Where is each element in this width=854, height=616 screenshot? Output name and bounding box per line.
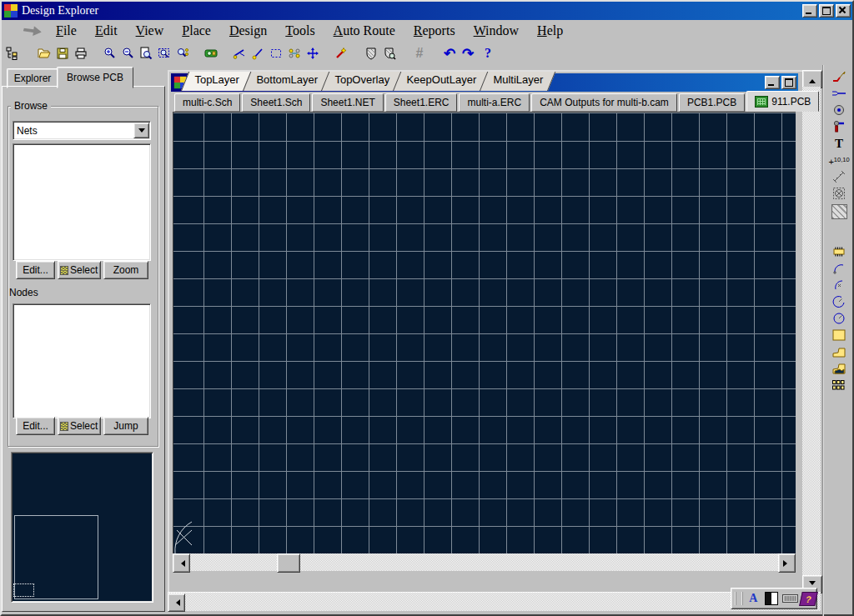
- nodes-edit-button[interactable]: Edit...: [16, 417, 55, 435]
- doc-tab-sheet1-net[interactable]: Sheet1.NET: [312, 93, 383, 112]
- nets-listbox[interactable]: [13, 143, 151, 261]
- rectangle-fill-icon[interactable]: [829, 328, 849, 342]
- string-icon[interactable]: T: [829, 137, 849, 150]
- nets-select-button[interactable]: Select: [58, 261, 101, 279]
- full-circle-icon[interactable]: [829, 312, 849, 325]
- nets-zoom-button[interactable]: Zoom: [103, 261, 148, 279]
- tab-browse-pcb[interactable]: Browse PCB: [57, 67, 133, 88]
- library-icon[interactable]: [362, 44, 380, 63]
- library-browse-icon[interactable]: [380, 44, 399, 63]
- workspace-horizontal-scrollbar[interactable]: [168, 592, 821, 611]
- split-plane-icon[interactable]: [829, 362, 849, 375]
- arc-center-icon[interactable]: [829, 278, 849, 292]
- menu-window[interactable]: Window: [465, 22, 528, 40]
- zoom-document-icon[interactable]: [137, 44, 155, 63]
- grid-icon[interactable]: #: [410, 44, 429, 63]
- layer-tab-topoverlay[interactable]: TopOverlay: [320, 72, 402, 91]
- app-titlebar: Design Explorer: [2, 2, 852, 20]
- doc-tab-911-pcb[interactable]: 911.PCB: [746, 91, 819, 112]
- toolbar-grip[interactable]: [735, 592, 743, 605]
- wire-cutter-icon[interactable]: [230, 44, 249, 63]
- camera-view-icon[interactable]: [202, 44, 220, 63]
- doc-tab-sheet1-erc[interactable]: Sheet1.ERC: [385, 93, 458, 112]
- dimension-icon[interactable]: [829, 170, 849, 183]
- keyboard-icon[interactable]: [782, 591, 798, 606]
- via-icon[interactable]: [829, 120, 849, 133]
- nodes-jump-button[interactable]: Jump: [103, 417, 148, 435]
- menu-help[interactable]: Help: [528, 22, 572, 40]
- menu-place[interactable]: Place: [173, 22, 220, 40]
- menu-auto-route[interactable]: Auto Route: [324, 22, 404, 40]
- pad-icon[interactable]: [829, 103, 849, 117]
- print-icon[interactable]: [72, 44, 90, 63]
- coordinate-icon[interactable]: +10,10: [829, 153, 849, 167]
- help-book-icon[interactable]: ?: [799, 592, 818, 606]
- paste-array-icon[interactable]: [829, 378, 849, 392]
- polygon-plane-icon[interactable]: [829, 345, 849, 358]
- menu-arrow-icon[interactable]: [23, 25, 42, 38]
- browse-dropdown[interactable]: Nets: [13, 121, 151, 140]
- layer-tab-toplayer[interactable]: TopLayer: [180, 72, 252, 91]
- layer-tab-keepoutlayer[interactable]: KeepOutLayer: [392, 72, 489, 91]
- layer-tab-bottomlayer[interactable]: BottomLayer: [242, 72, 330, 91]
- wizard-icon[interactable]: [332, 44, 350, 63]
- close-button[interactable]: [836, 4, 851, 18]
- deselect-icon[interactable]: [285, 44, 304, 63]
- redo-icon[interactable]: ↷: [459, 44, 477, 63]
- design-manager-icon[interactable]: [3, 44, 22, 63]
- text-mode-icon[interactable]: A: [746, 591, 761, 606]
- nodes-select-button[interactable]: Select: [58, 417, 101, 435]
- save-icon[interactable]: [53, 44, 72, 63]
- component-icon[interactable]: [829, 245, 849, 258]
- interactive-routing-icon[interactable]: [829, 70, 849, 83]
- room-icon[interactable]: [829, 187, 849, 200]
- doc-minimize-button[interactable]: [765, 76, 780, 89]
- knife-icon[interactable]: [249, 44, 267, 63]
- vscroll-track[interactable]: [802, 87, 821, 575]
- layer-tab-multilayer[interactable]: MultiLayer: [479, 72, 555, 91]
- zoom-area-icon[interactable]: [155, 44, 173, 63]
- arc-edge-icon[interactable]: [829, 262, 849, 275]
- select-area-icon[interactable]: [267, 44, 285, 63]
- board-preview[interactable]: [11, 452, 153, 603]
- move-icon[interactable]: [304, 44, 322, 63]
- zoom-point-icon[interactable]: [173, 44, 192, 63]
- minimize-button[interactable]: [802, 4, 817, 18]
- help-icon[interactable]: ?: [479, 44, 497, 63]
- nets-edit-button[interactable]: Edit...: [16, 261, 55, 279]
- menu-view[interactable]: View: [127, 22, 173, 40]
- hscroll-track[interactable]: [190, 553, 778, 571]
- menu-tools[interactable]: Tools: [276, 22, 324, 40]
- contrast-icon[interactable]: [764, 591, 780, 606]
- doc-tab-pcb1-pcb[interactable]: PCB1.PCB: [679, 93, 745, 112]
- scroll-left-icon[interactable]: [168, 593, 185, 612]
- multiple-traces-icon[interactable]: [829, 87, 849, 100]
- menu-file[interactable]: File: [47, 22, 86, 40]
- scroll-up-icon[interactable]: [802, 70, 822, 88]
- workspace-vertical-scrollbar[interactable]: [802, 70, 821, 592]
- doc-tab-multi-a-erc[interactable]: multi-a.ERC: [459, 93, 530, 112]
- doc-tab-sheet1-sch[interactable]: Sheet1.Sch: [242, 93, 310, 112]
- open-document-icon[interactable]: [35, 44, 53, 63]
- undo-icon[interactable]: ↶: [440, 44, 459, 63]
- doc-tab-multi-c-sch[interactable]: multi-c.Sch: [174, 93, 240, 112]
- doc-maximize-button[interactable]: [781, 76, 796, 89]
- canvas-horizontal-scrollbar[interactable]: [173, 553, 796, 571]
- maximize-button[interactable]: [819, 4, 834, 18]
- menu-reports[interactable]: Reports: [404, 22, 465, 40]
- menu-design[interactable]: Design: [220, 22, 276, 40]
- nodes-listbox[interactable]: [13, 303, 151, 418]
- chevron-down-icon[interactable]: [133, 123, 149, 138]
- pcb-canvas[interactable]: [173, 112, 796, 553]
- hscroll-thumb[interactable]: [277, 553, 300, 573]
- scroll-left-icon[interactable]: [173, 553, 190, 573]
- menubar: File Edit View Place Design Tools Auto R…: [2, 20, 852, 42]
- viewport-rect[interactable]: [13, 583, 34, 597]
- zoom-out-icon[interactable]: [118, 44, 137, 63]
- scroll-right-icon[interactable]: [778, 553, 796, 573]
- zoom-in-icon[interactable]: [100, 44, 118, 63]
- doc-tab-cam-outputs[interactable]: CAM Outputs for multi-b.cam: [531, 93, 677, 112]
- menu-edit[interactable]: Edit: [86, 22, 127, 40]
- arc-angles-icon[interactable]: [829, 295, 849, 308]
- fill-hatch-icon[interactable]: [829, 203, 849, 220]
